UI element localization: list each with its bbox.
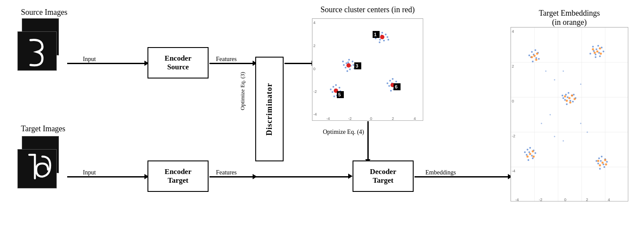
svg-point-109 bbox=[531, 56, 533, 58]
svg-point-95 bbox=[594, 52, 596, 54]
svg-text:0: 0 bbox=[564, 198, 566, 201]
svg-point-14 bbox=[387, 39, 389, 41]
svg-point-19 bbox=[347, 61, 349, 63]
svg-point-119 bbox=[568, 92, 569, 94]
svg-point-96 bbox=[600, 53, 602, 55]
features-label-source: Features bbox=[216, 56, 236, 63]
svg-point-134 bbox=[532, 157, 534, 159]
encoder-target-line1: Encoder bbox=[164, 167, 191, 176]
svg-point-51 bbox=[389, 80, 391, 82]
svg-text:4: 4 bbox=[608, 198, 610, 201]
svg-point-56 bbox=[390, 90, 392, 92]
svg-text:3: 3 bbox=[356, 63, 358, 68]
svg-point-157 bbox=[597, 160, 599, 162]
encoder-source-line1: Encoder bbox=[164, 54, 191, 63]
decoder-target-line2: Target bbox=[373, 176, 394, 185]
svg-point-55 bbox=[392, 78, 394, 80]
svg-text:-2: -2 bbox=[539, 198, 542, 201]
input-label-target: Input bbox=[83, 169, 96, 176]
svg-point-121 bbox=[573, 94, 575, 96]
svg-point-135 bbox=[534, 152, 536, 154]
svg-text:5: 5 bbox=[338, 92, 341, 97]
svg-text:4: 4 bbox=[414, 116, 416, 121]
svg-point-84 bbox=[595, 54, 596, 55]
svg-point-120 bbox=[566, 103, 568, 105]
features-arrow-source bbox=[209, 63, 253, 64]
svg-point-102 bbox=[531, 51, 533, 53]
svg-point-82 bbox=[596, 48, 597, 50]
target-embeddings-label: Target Embeddings (in orange) bbox=[506, 9, 633, 27]
svg-point-115 bbox=[565, 94, 567, 96]
svg-point-162 bbox=[550, 114, 551, 116]
source-images-label: Source Images bbox=[21, 8, 67, 17]
target-img-stack bbox=[17, 136, 61, 188]
svg-point-165 bbox=[587, 132, 588, 133]
svg-point-38 bbox=[332, 86, 334, 88]
svg-point-9 bbox=[383, 40, 385, 41]
input-label-source: Input bbox=[83, 56, 96, 63]
svg-point-156 bbox=[605, 164, 607, 166]
svg-point-16 bbox=[380, 35, 384, 39]
svg-point-112 bbox=[569, 100, 571, 102]
svg-point-87 bbox=[599, 55, 601, 57]
digit-3-svg bbox=[20, 34, 55, 68]
svg-point-142 bbox=[533, 156, 535, 158]
svg-point-37 bbox=[339, 87, 340, 89]
svg-point-144 bbox=[603, 164, 604, 165]
svg-text:0: 0 bbox=[313, 67, 315, 71]
encoder-target-to-decoder bbox=[209, 176, 350, 177]
svg-point-143 bbox=[600, 160, 602, 162]
svg-point-158 bbox=[545, 71, 547, 72]
source-img-stack bbox=[17, 18, 61, 71]
svg-point-124 bbox=[571, 95, 573, 97]
svg-text:-2: -2 bbox=[313, 89, 317, 94]
svg-point-43 bbox=[333, 96, 335, 97]
svg-point-163 bbox=[541, 123, 542, 124]
svg-point-154 bbox=[604, 159, 606, 161]
features-label-target: Features bbox=[216, 169, 236, 176]
svg-point-113 bbox=[564, 99, 566, 101]
encoder-target-decoder-arrowhead bbox=[348, 174, 353, 179]
svg-point-27 bbox=[348, 59, 350, 61]
target-scatter-svg: 4 2 0 -2 -4 -4 -2 0 2 4 bbox=[511, 27, 628, 201]
svg-point-89 bbox=[592, 46, 594, 48]
svg-point-50 bbox=[395, 81, 397, 82]
embeddings-label: Embeddings bbox=[425, 169, 456, 176]
svg-point-107 bbox=[534, 55, 536, 57]
svg-point-166 bbox=[554, 136, 555, 137]
svg-point-21 bbox=[345, 67, 346, 68]
svg-text:-4: -4 bbox=[512, 169, 515, 173]
svg-point-147 bbox=[598, 157, 600, 159]
scatter-to-decoder-arrow bbox=[367, 121, 369, 160]
svg-text:4: 4 bbox=[313, 20, 315, 25]
svg-point-22 bbox=[352, 61, 353, 62]
svg-text:2: 2 bbox=[586, 198, 588, 201]
target-embeddings-subtitle: (in orange) bbox=[506, 18, 633, 27]
svg-point-149 bbox=[606, 161, 608, 163]
svg-point-83 bbox=[598, 52, 600, 54]
target-img-front bbox=[17, 149, 57, 188]
svg-point-137 bbox=[529, 147, 531, 149]
svg-point-127 bbox=[564, 96, 566, 98]
input-arrow-source bbox=[67, 63, 145, 64]
svg-point-99 bbox=[535, 57, 537, 59]
target-embeddings-title: Target Embeddings bbox=[506, 9, 633, 18]
svg-point-118 bbox=[562, 97, 564, 99]
svg-text:-4: -4 bbox=[515, 198, 519, 201]
svg-point-91 bbox=[595, 56, 596, 58]
svg-text:6: 6 bbox=[395, 84, 397, 89]
svg-point-108 bbox=[536, 53, 538, 55]
optimize-eq4-label: Optimize Eq. (4) bbox=[323, 129, 364, 136]
svg-point-97 bbox=[592, 48, 594, 51]
svg-text:-2: -2 bbox=[512, 134, 515, 138]
decoder-target-box: Decoder Target bbox=[353, 160, 414, 192]
svg-point-23 bbox=[346, 62, 347, 64]
svg-point-94 bbox=[599, 48, 601, 50]
svg-text:0: 0 bbox=[370, 116, 372, 121]
svg-point-161 bbox=[580, 84, 582, 85]
svg-point-86 bbox=[593, 50, 595, 52]
svg-text:-4: -4 bbox=[313, 112, 317, 116]
svg-point-111 bbox=[567, 96, 569, 98]
target-scatter-plot: 4 2 0 -2 -4 -4 -2 0 2 4 bbox=[510, 27, 628, 201]
svg-point-88 bbox=[603, 51, 604, 52]
